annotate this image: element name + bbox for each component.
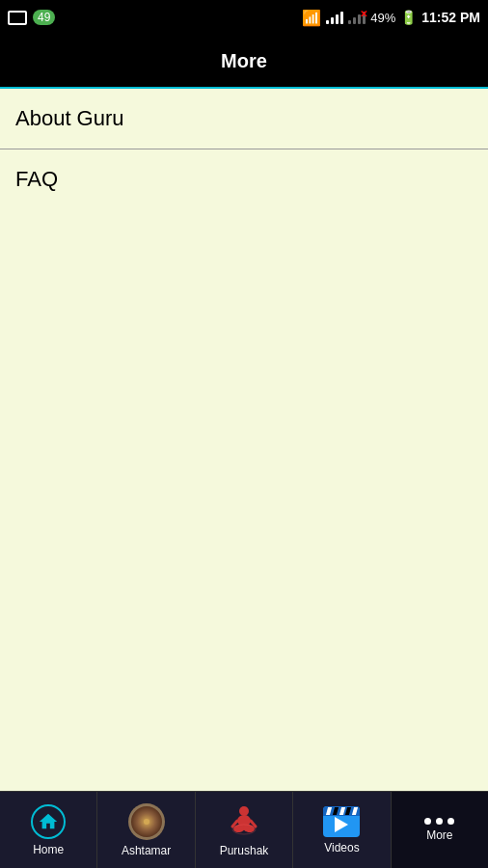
status-bar: 49 📶 ✕ 49% 🔋 11:52 PM: [0, 0, 488, 35]
nav-label-more: More: [426, 828, 452, 842]
status-left: 49: [8, 10, 55, 25]
videos-icon: [323, 806, 360, 837]
clap-stripe-4: [345, 807, 351, 815]
screen-icon: [8, 11, 27, 25]
mandala-dot: [144, 819, 149, 825]
signal-bars-1: [326, 11, 343, 24]
clap-stripe-5: [352, 807, 358, 815]
nav-label-home: Home: [33, 843, 64, 856]
mandala-inner: [131, 806, 162, 837]
page-title: More: [221, 50, 267, 72]
content-area: About Guru FAQ: [0, 89, 488, 791]
clapboard-top: [323, 806, 360, 816]
purushak-icon: [226, 803, 262, 840]
faq-item[interactable]: FAQ: [0, 149, 488, 209]
page-header: More: [0, 35, 488, 89]
clap-stripe-1: [326, 807, 332, 815]
clap-stripe-2: [333, 807, 339, 815]
no-signal-icon: ✕: [348, 11, 366, 24]
more-dot-1: [424, 818, 431, 825]
nav-item-ashtamar[interactable]: Ashtamar: [97, 792, 195, 868]
notification-count: 49: [33, 10, 55, 25]
status-right: 📶 ✕ 49% 🔋 11:52 PM: [302, 9, 480, 27]
battery-level: 49%: [370, 11, 395, 25]
nav-item-home[interactable]: Home: [0, 792, 97, 868]
about-guru-label: About Guru: [15, 106, 124, 131]
more-dot-3: [447, 818, 454, 825]
more-dot-2: [436, 818, 443, 825]
nav-label-purushak: Purushak: [220, 844, 269, 857]
battery-icon: 🔋: [400, 10, 417, 25]
no-signal-x: ✕: [360, 9, 367, 19]
ashtamar-icon: [128, 803, 165, 840]
play-triangle: [335, 817, 348, 832]
clap-stripe-3: [339, 807, 345, 815]
faq-label: FAQ: [15, 167, 58, 192]
about-guru-item[interactable]: About Guru: [0, 89, 488, 149]
wifi-icon: 📶: [302, 9, 321, 27]
nav-item-more[interactable]: More: [392, 792, 488, 868]
time-display: 11:52 PM: [421, 10, 480, 25]
nav-label-videos: Videos: [324, 841, 359, 854]
nav-item-videos[interactable]: Videos: [293, 792, 391, 868]
bottom-navigation: Home Ashtamar: [0, 791, 488, 868]
more-icon: [424, 818, 454, 825]
home-icon: [31, 804, 66, 839]
svg-point-0: [239, 806, 249, 816]
nav-item-purushak[interactable]: Purushak: [196, 792, 293, 868]
nav-label-ashtamar: Ashtamar: [122, 844, 171, 857]
